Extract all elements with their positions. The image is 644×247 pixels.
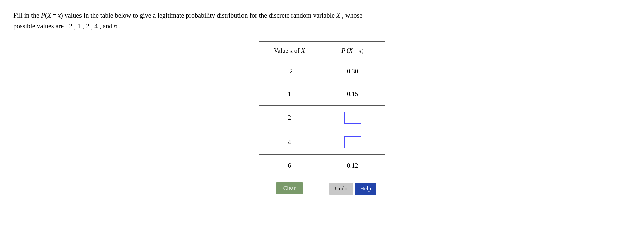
- clear-button[interactable]: Clear: [276, 182, 303, 194]
- col-header-x: Value x of X: [259, 42, 320, 60]
- undo-help-cell: Undo Help: [320, 177, 385, 200]
- problem-line2: possible values are −2 , 1 , 2 , 4 , and…: [13, 22, 121, 30]
- table-row: 4: [259, 130, 385, 154]
- px-input-cell-4[interactable]: [320, 130, 385, 154]
- px-value-neg2: 0.30: [320, 60, 385, 83]
- x-value-neg2: −2: [259, 60, 320, 83]
- help-button[interactable]: Help: [355, 183, 376, 195]
- table-row: 2: [259, 105, 385, 130]
- problem-line1: Fill in the P(X = x) values in the table…: [13, 12, 362, 19]
- x-value-2: 2: [259, 105, 320, 130]
- x-value-4: 4: [259, 130, 320, 154]
- table-row: 1 0.15: [259, 83, 385, 105]
- col-header-px: P (X = x): [320, 42, 385, 60]
- table-container: Value x of X P (X = x) −2 0.30 1 0.15 2 …: [13, 41, 631, 200]
- probability-table: Value x of X P (X = x) −2 0.30 1 0.15 2 …: [259, 41, 385, 200]
- px-value-1: 0.15: [320, 83, 385, 105]
- px-input-2[interactable]: [344, 112, 361, 124]
- px-input-4[interactable]: [344, 136, 361, 148]
- table-row: −2 0.30: [259, 60, 385, 83]
- button-row: Clear Undo Help: [259, 177, 385, 200]
- px-value-6: 0.12: [320, 154, 385, 177]
- table-row: 6 0.12: [259, 154, 385, 177]
- x-value-1: 1: [259, 83, 320, 105]
- x-value-6: 6: [259, 154, 320, 177]
- undo-button[interactable]: Undo: [329, 183, 354, 195]
- clear-cell: Clear: [259, 177, 320, 200]
- problem-text: Fill in the P(X = x) values in the table…: [13, 10, 615, 31]
- px-input-cell-2[interactable]: [320, 105, 385, 130]
